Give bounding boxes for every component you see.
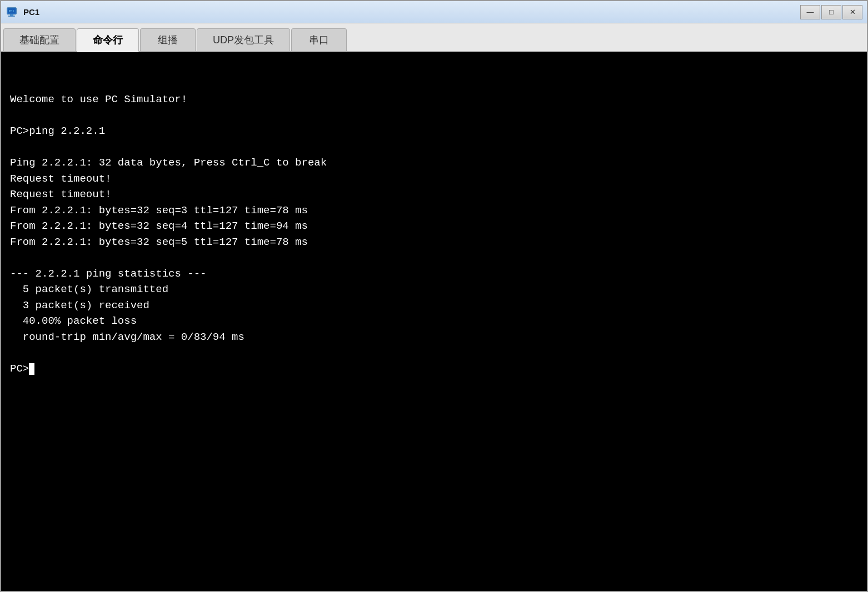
terminal-line: Request timeout! — [10, 171, 858, 187]
terminal-line: 5 packet(s) transmitted — [10, 282, 858, 298]
close-button[interactable]: ✕ — [842, 5, 862, 19]
terminal-line — [10, 250, 858, 266]
tab-bar: 基础配置 命令行 组播 UDP发包工具 串口 — [1, 23, 867, 52]
main-window: PC1 PC1 — □ ✕ 基础配置 命令行 组播 UDP发包工具 串口 Wel… — [0, 0, 868, 592]
terminal-line — [10, 108, 858, 124]
terminal-line: round-trip min/avg/max = 0/83/94 ms — [10, 329, 858, 345]
terminal-line: --- 2.2.2.1 ping statistics --- — [10, 266, 858, 282]
tab-basic-config[interactable]: 基础配置 — [3, 28, 76, 51]
terminal-line: PC> — [10, 361, 858, 377]
terminal-line: PC>ping 2.2.2.1 — [10, 123, 858, 139]
svg-rect-1 — [10, 14, 13, 16]
terminal-line: From 2.2.2.1: bytes=32 seq=4 ttl=127 tim… — [10, 218, 858, 234]
terminal-line: 40.00% packet loss — [10, 313, 858, 329]
terminal-line: Welcome to use PC Simulator! — [10, 92, 858, 108]
tab-multicast[interactable]: 组播 — [140, 28, 196, 51]
terminal-line: From 2.2.2.1: bytes=32 seq=3 ttl=127 tim… — [10, 203, 858, 219]
svg-text:PC1: PC1 — [9, 9, 14, 13]
terminal-line: From 2.2.2.1: bytes=32 seq=5 ttl=127 tim… — [10, 234, 858, 250]
tab-command-line[interactable]: 命令行 — [77, 28, 139, 52]
pc-icon: PC1 — [6, 6, 19, 19]
title-bar: PC1 PC1 — □ ✕ — [1, 1, 867, 23]
title-bar-left: PC1 PC1 — [6, 6, 39, 19]
terminal-cursor — [29, 363, 34, 375]
terminal-line: Request timeout! — [10, 187, 858, 203]
tab-serial[interactable]: 串口 — [291, 28, 347, 51]
terminal-line: Ping 2.2.2.1: 32 data bytes, Press Ctrl_… — [10, 155, 858, 171]
window-title: PC1 — [23, 7, 39, 17]
tab-udp-tool[interactable]: UDP发包工具 — [197, 28, 290, 51]
maximize-button[interactable]: □ — [821, 5, 841, 19]
title-bar-buttons: — □ ✕ — [800, 5, 862, 19]
terminal-area[interactable]: Welcome to use PC Simulator!PC>ping 2.2.… — [1, 52, 867, 591]
terminal-line: 3 packet(s) received — [10, 298, 858, 314]
minimize-button[interactable]: — — [800, 5, 820, 19]
terminal-line — [10, 345, 858, 361]
svg-rect-2 — [9, 16, 15, 16]
terminal-line — [10, 139, 858, 155]
